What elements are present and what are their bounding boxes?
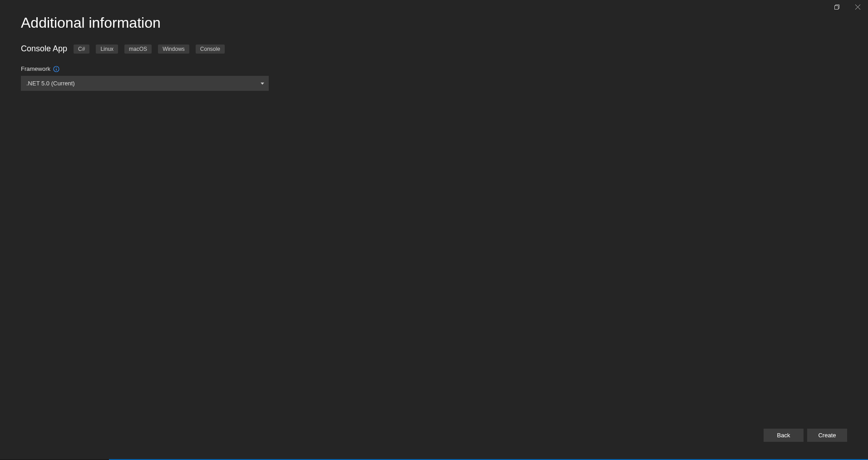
framework-select[interactable]: .NET 5.0 (Current) — [21, 76, 269, 91]
back-button[interactable]: Back — [764, 429, 804, 442]
close-icon — [855, 5, 860, 10]
page-title: Additional information — [21, 15, 847, 31]
framework-select-wrapper: .NET 5.0 (Current) — [21, 76, 269, 91]
framework-label-row: Framework — [21, 65, 847, 72]
tag-macos: macOS — [124, 45, 152, 54]
tag-csharp: C# — [74, 45, 89, 54]
svg-point-5 — [56, 67, 57, 68]
tag-console: Console — [196, 45, 225, 54]
svg-rect-0 — [834, 5, 838, 9]
window-controls — [826, 0, 868, 14]
close-button[interactable] — [847, 0, 868, 14]
template-row: Console App C# Linux macOS Windows Conso… — [21, 44, 847, 54]
info-icon[interactable] — [53, 66, 59, 72]
create-button[interactable]: Create — [807, 429, 847, 442]
main-content: Additional information Console App C# Li… — [0, 0, 868, 105]
template-name: Console App — [21, 44, 67, 54]
maximize-restore-button[interactable] — [826, 0, 847, 14]
restore-icon — [834, 5, 839, 10]
tag-linux: Linux — [96, 45, 118, 54]
footer: Back Create — [764, 429, 847, 442]
framework-label: Framework — [21, 65, 50, 72]
tag-windows: Windows — [158, 45, 189, 54]
